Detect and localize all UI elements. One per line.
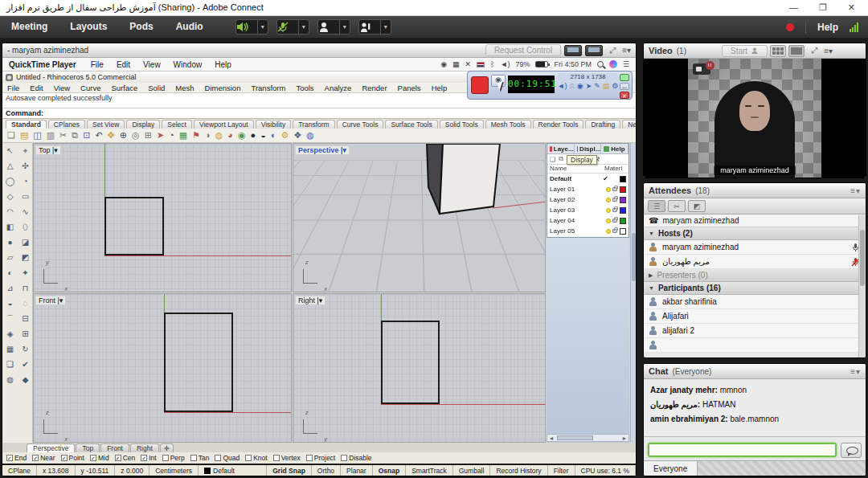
- rotate-tool-icon[interactable]: ↻: [18, 341, 33, 357]
- shaded-view-icon[interactable]: ●: [251, 131, 256, 140]
- render-preview-icon[interactable]: ◉: [238, 131, 246, 140]
- recorder-folder-icon[interactable]: ▤: [603, 82, 610, 91]
- cut-icon[interactable]: ✂: [59, 131, 67, 140]
- osnap-cen[interactable]: Cen: [115, 454, 136, 462]
- attendee-row-partial[interactable]: [644, 338, 866, 353]
- status-gumball[interactable]: Gumball: [453, 465, 491, 476]
- share-vertical-scrollbar[interactable]: [630, 143, 636, 443]
- status-osnap[interactable]: Osnap: [373, 465, 406, 476]
- recorder-restore-icon[interactable]: [620, 74, 629, 81]
- viewport-top[interactable]: Top |▾ yx: [33, 143, 292, 292]
- layer-visible-icon[interactable]: [606, 187, 611, 192]
- attendees-scrollbar[interactable]: [858, 215, 866, 357]
- explode-tool-icon[interactable]: ✦: [18, 265, 33, 280]
- paste-icon[interactable]: ⊡: [83, 131, 90, 140]
- menu-meeting[interactable]: Meeting: [0, 16, 59, 38]
- rhino-menu-tools[interactable]: Tools: [296, 84, 313, 92]
- record-stop-button[interactable]: [471, 76, 489, 94]
- mac-menu-edit[interactable]: Edit: [110, 60, 137, 69]
- zoom-icon[interactable]: ◎: [132, 131, 140, 140]
- layer-color-swatch[interactable]: [620, 197, 626, 203]
- layer-row-02[interactable]: Layer 02: [547, 194, 628, 205]
- status-units[interactable]: Centimeters: [149, 465, 199, 476]
- rhino-menu-file[interactable]: File: [7, 84, 19, 92]
- ghosted-view-icon[interactable]: ◒: [260, 131, 266, 140]
- hide-icon[interactable]: ◑: [205, 131, 211, 140]
- rectangle-tool-icon[interactable]: ▭: [18, 189, 33, 204]
- osnap-quad[interactable]: Quad: [215, 454, 240, 462]
- tab-curve-tools[interactable]: Curve Tools: [337, 120, 384, 129]
- scrollbar-thumb[interactable]: [557, 435, 593, 440]
- chat-pod-menu-icon[interactable]: ≡▾: [850, 367, 861, 376]
- control-points-tool-icon[interactable]: ✣: [18, 158, 33, 174]
- attendee-row-host-1[interactable]: maryam aziminezhad: [644, 240, 866, 255]
- print-icon[interactable]: ▥: [47, 131, 55, 140]
- grid-view-button[interactable]: [770, 45, 786, 57]
- options-icon[interactable]: ⚙: [281, 131, 289, 140]
- chamfer-tool-icon[interactable]: ⊓: [18, 280, 33, 296]
- layer-lock-icon[interactable]: [612, 219, 617, 223]
- layer-visible-icon[interactable]: [606, 229, 611, 234]
- box-tool-icon[interactable]: ◪: [18, 235, 33, 250]
- maximize-icon[interactable]: ❐: [819, 2, 827, 13]
- tab-set-view[interactable]: Set View: [87, 120, 125, 129]
- rendered-view-icon[interactable]: ◐: [271, 131, 276, 140]
- tab-new-in-v5[interactable]: New in V5: [622, 120, 637, 129]
- speaker-button[interactable]: ▾: [235, 19, 268, 35]
- attendees-pod-menu-icon[interactable]: ≡▾: [850, 186, 861, 195]
- help-ball-icon[interactable]: ◍: [306, 131, 314, 140]
- curve-tool-icon[interactable]: ∿: [18, 204, 33, 219]
- recorder-cursor-icon[interactable]: ➤: [586, 82, 592, 91]
- move-icon[interactable]: ⊕: [120, 131, 127, 140]
- filmstrip-view-button[interactable]: [788, 45, 805, 57]
- menu-pods[interactable]: Pods: [118, 16, 164, 38]
- material-tool-icon[interactable]: ◍: [2, 372, 18, 387]
- rhino-menu-render[interactable]: Render: [362, 84, 387, 92]
- undo-icon[interactable]: ↶: [95, 131, 102, 140]
- viewport-top-label[interactable]: Top |▾: [35, 145, 61, 155]
- tab-display[interactable]: Display: [126, 120, 160, 129]
- rhino-command-prompt[interactable]: Command:: [2, 108, 636, 119]
- tab-select[interactable]: Select: [162, 120, 192, 129]
- attendee-view-icon[interactable]: ☰: [648, 200, 665, 212]
- rectangle-curve[interactable]: [164, 313, 233, 412]
- rectangle-curve[interactable]: [381, 321, 440, 404]
- webcam-caret-icon[interactable]: ▾: [339, 20, 350, 34]
- add-viewport-tab-icon[interactable]: ✛: [160, 443, 174, 452]
- tab-help[interactable]: Help: [601, 144, 628, 153]
- mac-notification-center-icon[interactable]: ☰: [623, 60, 629, 68]
- osnap-project[interactable]: Project: [306, 454, 335, 462]
- hosts-group-header[interactable]: ▼ Hosts (2): [644, 227, 866, 240]
- layer-visible-icon[interactable]: [606, 198, 611, 202]
- participants-group-header[interactable]: ▼ Participants (16): [644, 282, 866, 295]
- rhino-menu-surface[interactable]: Surface: [111, 84, 137, 92]
- layer-visible-icon[interactable]: [606, 208, 611, 213]
- tab-drafting[interactable]: Drafting: [585, 120, 620, 129]
- layer-color-swatch[interactable]: [620, 207, 626, 214]
- osnap-mid[interactable]: Mid: [90, 454, 109, 462]
- square-curve[interactable]: [104, 197, 164, 255]
- osnap-knot[interactable]: Knot: [245, 454, 268, 462]
- lamp-icon[interactable]: ◍: [215, 131, 223, 140]
- layer-color-swatch[interactable]: [620, 228, 626, 235]
- mac-spotlight-icon[interactable]: [597, 61, 604, 67]
- rhino-menu-edit[interactable]: Edit: [30, 84, 43, 92]
- fillet-tool-icon[interactable]: ⊿: [2, 280, 18, 296]
- viewport-perspective[interactable]: Perspective |▾ zx: [293, 143, 546, 292]
- layer-lock-icon[interactable]: [612, 208, 617, 212]
- chat-tab-everyone[interactable]: Everyone: [644, 461, 698, 476]
- mac-input-language-icon[interactable]: [477, 62, 485, 67]
- recorder-settings-icon[interactable]: ⚙: [612, 82, 618, 91]
- video-pod-menu-icon[interactable]: ≡▾: [824, 47, 833, 55]
- fullscreen-icon[interactable]: ⤢: [609, 46, 616, 55]
- mac-cut-icon[interactable]: ✕: [465, 60, 472, 68]
- attendee-row-participant-3[interactable]: alijafari 2: [644, 324, 866, 338]
- status-grid-snap[interactable]: Grid Snap: [267, 465, 312, 476]
- rotate-view-icon[interactable]: ◔: [169, 131, 174, 140]
- connection-signal-icon[interactable]: [850, 22, 858, 32]
- close-icon[interactable]: ✕: [848, 2, 855, 13]
- viewport-front[interactable]: Front |▾ zx: [33, 293, 292, 443]
- vptab-top[interactable]: Top: [76, 443, 100, 452]
- start-webcam-button[interactable]: Start: [722, 45, 768, 57]
- scrollbar-thumb[interactable]: [860, 230, 865, 286]
